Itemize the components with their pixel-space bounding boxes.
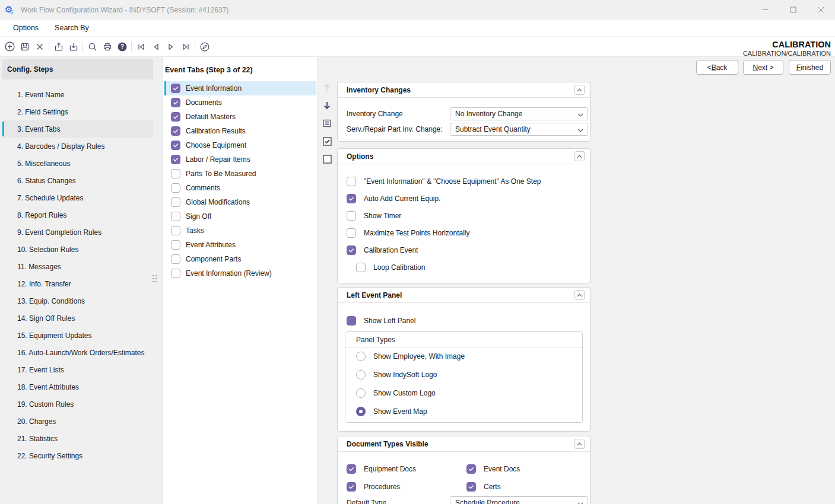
- sidebar-item-step-14[interactable]: 14. Sign Off Rules: [2, 310, 153, 327]
- panel-type-radio-row[interactable]: Show Event Map: [356, 407, 427, 416]
- collapse-chevron-up-icon[interactable]: [574, 290, 585, 300]
- panel-type-radio-row[interactable]: Show Custom Logo: [356, 388, 436, 398]
- sidebar-item-step-9[interactable]: 9. Event Completion Rules: [2, 224, 153, 241]
- event-tab-row[interactable]: Choose Equipment: [164, 138, 316, 152]
- close-icon[interactable]: [807, 0, 835, 20]
- sidebar-item-step-17[interactable]: 17. Event Lists: [2, 361, 153, 378]
- event-tab-label: Tasks: [186, 227, 204, 235]
- event-tab-row[interactable]: Sign Off: [164, 209, 316, 224]
- sidebar-item-step-7[interactable]: 7. Schedule Updates: [2, 189, 153, 206]
- checkbox-label: Equipment Docs: [364, 465, 416, 473]
- radio-label: Show Event Map: [373, 407, 427, 416]
- event-tab-row[interactable]: Event Information (Review): [164, 266, 316, 280]
- event-tab-row[interactable]: Documents: [164, 95, 316, 110]
- checkbox-label: Procedures: [364, 483, 400, 491]
- collapse-chevron-up-icon[interactable]: [574, 85, 585, 95]
- menu-options[interactable]: Options: [13, 24, 39, 32]
- first-icon[interactable]: [134, 39, 148, 55]
- event-tab-row[interactable]: Event Information: [164, 81, 316, 95]
- option-checkbox-row[interactable]: "Event Information" & "Choose Equipment"…: [347, 177, 541, 186]
- sidebar-item-step-19[interactable]: 19. Custom Rules: [2, 395, 153, 413]
- move-down-icon[interactable]: [320, 98, 334, 113]
- menu-bar: Options Search By: [0, 20, 835, 37]
- navigate-icon[interactable]: [197, 39, 212, 55]
- delete-icon[interactable]: [32, 39, 47, 55]
- collapse-chevron-up-icon[interactable]: [574, 439, 585, 449]
- event-tab-row[interactable]: Global Modifications: [164, 195, 316, 209]
- print-icon[interactable]: [100, 39, 115, 55]
- option-checkbox-row[interactable]: Maximize Test Points Horizontally: [347, 228, 470, 238]
- sidebar-item-step-6[interactable]: 6. Status Changes: [2, 172, 153, 189]
- document-type-checkbox-row[interactable]: Procedures: [347, 482, 400, 492]
- field-row: Inventory Change No Inventory Change: [347, 107, 581, 120]
- document-type-checkbox-row[interactable]: Event Docs: [466, 464, 520, 474]
- event-tab-row[interactable]: Component Parts: [164, 252, 316, 266]
- sidebar-item-step-2[interactable]: 2. Field Settings: [2, 103, 153, 120]
- splitter-grip-icon[interactable]: [153, 275, 157, 283]
- add-icon[interactable]: [2, 39, 17, 55]
- sidebar-item-step-10[interactable]: 10. Selection Rules: [2, 241, 153, 258]
- sidebar-item-step-12[interactable]: 12. Info. Transfer: [2, 275, 153, 292]
- panel-type-radio-row[interactable]: Show Employee, With Image: [356, 352, 465, 361]
- document-type-checkbox-row[interactable]: Equipment Docs: [347, 464, 416, 474]
- sidebar-item-step-13[interactable]: 13. Equip. Conditions: [2, 292, 153, 310]
- save-icon[interactable]: [17, 39, 32, 55]
- maximize-icon[interactable]: [779, 0, 807, 20]
- option-checkbox-row[interactable]: Auto Add Current Equip.: [347, 194, 440, 203]
- sidebar-item-label: 2. Field Settings: [17, 108, 68, 116]
- export-icon[interactable]: [51, 39, 66, 55]
- event-tab-label: Component Parts: [186, 255, 241, 263]
- details-icon[interactable]: [320, 116, 334, 130]
- default-type-select[interactable]: Schedule Procedure: [450, 496, 588, 504]
- search-icon[interactable]: [85, 39, 100, 55]
- event-tab-row[interactable]: Tasks: [164, 224, 316, 238]
- checkbox-unchecked-icon: [356, 263, 366, 272]
- event-tab-row[interactable]: Comments: [164, 181, 316, 195]
- event-tab-row[interactable]: Event Attributes: [164, 238, 316, 252]
- sidebar-item-step-5[interactable]: 5. Miscellaneous: [2, 155, 153, 172]
- sidebar-item-step-4[interactable]: 4. Barcodes / Display Rules: [2, 138, 153, 155]
- sidebar-item-step-8[interactable]: 8. Report Rules: [2, 206, 153, 224]
- event-tab-label: Global Modifications: [186, 198, 250, 206]
- sidebar-item-step-11[interactable]: 11. Messages: [2, 258, 153, 275]
- show-left-panel-checkbox[interactable]: Show Left Panel: [347, 316, 415, 326]
- collapse-chevron-up-icon[interactable]: [574, 151, 585, 161]
- sidebar-item-step-22[interactable]: 22. Security Settings: [2, 447, 153, 464]
- import-icon[interactable]: [66, 39, 81, 55]
- event-tab-row[interactable]: Default Masters: [164, 110, 316, 124]
- event-tab-row[interactable]: Labor / Repair Items: [164, 152, 316, 167]
- finished-button[interactable]: Finished: [789, 60, 831, 75]
- event-tab-label: Event Information (Review): [186, 269, 272, 277]
- sidebar-item-label: 19. Custom Rules: [17, 400, 74, 409]
- event-tab-row[interactable]: Calibration Results: [164, 124, 316, 138]
- serv-repair-part-inv-change-select[interactable]: Subtract Event Quantity: [450, 123, 588, 136]
- option-checkbox-row[interactable]: Calibration Event: [347, 245, 418, 255]
- panel-type-radio-row[interactable]: Show IndySoft Logo: [356, 370, 437, 379]
- sidebar-item-step-1[interactable]: 1. Event Name: [2, 86, 153, 103]
- sidebar-item-step-15[interactable]: 15. Equipment Updates: [2, 327, 153, 344]
- chevron-down-icon: [577, 497, 583, 504]
- menu-search-by[interactable]: Search By: [55, 24, 89, 32]
- checkbox-checked-icon: [347, 245, 356, 255]
- option-checkbox-row[interactable]: Loop Calibration: [356, 263, 425, 272]
- event-tab-row[interactable]: Parts To Be Measured: [164, 167, 316, 181]
- sidebar-item-step-18[interactable]: 18. Event Attributes: [2, 378, 153, 395]
- inventory-change-select[interactable]: No Inventory Change: [450, 107, 588, 120]
- document-type-checkbox-row[interactable]: Certs: [466, 482, 501, 492]
- last-icon[interactable]: [178, 39, 193, 55]
- next-button[interactable]: Next >: [743, 60, 783, 75]
- help-icon[interactable]: ?: [115, 39, 129, 55]
- app-gears-icon: ⚙c: [5, 4, 17, 16]
- sidebar-item-step-20[interactable]: 20. Charges: [2, 413, 153, 430]
- uncheck-all-icon[interactable]: [320, 152, 334, 166]
- sidebar-item-step-21[interactable]: 21. Statistics: [2, 430, 153, 447]
- check-all-icon[interactable]: [320, 134, 334, 148]
- previous-icon[interactable]: [148, 39, 163, 55]
- minimize-icon[interactable]: [751, 0, 779, 20]
- back-button[interactable]: < Back: [696, 60, 738, 75]
- option-checkbox-row[interactable]: Show Timer: [347, 211, 401, 221]
- event-tab-label: Default Masters: [186, 113, 236, 121]
- next-icon[interactable]: [163, 39, 178, 55]
- sidebar-item-step-16[interactable]: 16. Auto-Launch/Work Orders/Estimates: [2, 344, 153, 361]
- sidebar-item-step-3[interactable]: 3. Event Tabs: [2, 120, 153, 138]
